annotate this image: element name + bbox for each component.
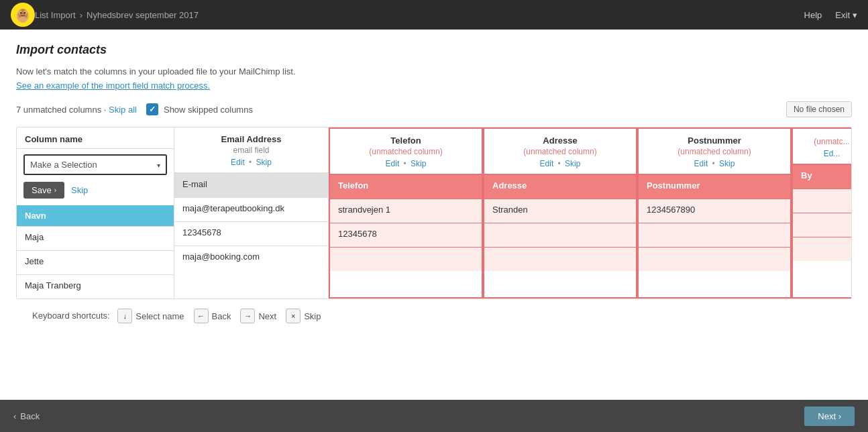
make-selection-select[interactable]: Make a Selection — [25, 156, 166, 174]
arrow-down-key: ↓ — [117, 309, 132, 323]
x-key: × — [286, 309, 301, 323]
show-skipped-area: Show skipped columns — [146, 103, 253, 115]
by-edit-skip: Ed... — [801, 149, 852, 158]
page-title: Import contacts — [16, 43, 852, 57]
column-name-header-row: Navn — [17, 205, 174, 226]
adresse-data-row: Stranden — [484, 199, 636, 223]
email-data-row: maja@terapeutbooking.dk — [174, 197, 328, 221]
telefon-data-row: strandvejen 1 — [330, 199, 482, 223]
postnummer-data-row: 1234567890 — [639, 199, 790, 223]
exit-button[interactable]: Exit ▾ — [835, 10, 857, 20]
list-name-label: Nyhedsbrev september 2017 — [87, 10, 199, 20]
email-field-type: email field — [182, 146, 320, 155]
postnummer-data-row — [639, 223, 790, 247]
list-item: Jette — [17, 250, 174, 274]
skip-link[interactable]: Skip — [71, 185, 88, 195]
by-unmatched-label: (unmatc... — [801, 137, 852, 146]
save-arrow-icon: › — [54, 186, 56, 194]
by-header: (unmatc... Ed... — [793, 129, 852, 164]
email-column: Email Address email field Edit • Skip E-… — [174, 127, 329, 299]
skip-all-link[interactable]: Skip all — [109, 105, 137, 115]
nav-right: Help Exit ▾ — [804, 10, 857, 20]
postnummer-field-name: Postnummer — [647, 136, 782, 146]
adresse-data-row — [484, 223, 636, 247]
postnummer-skip-link[interactable]: Skip — [719, 159, 735, 168]
mailchimp-logo — [11, 3, 35, 27]
telefon-field-name: Telefon — [338, 136, 474, 146]
telefon-header: Telefon (unmatched column) Edit • Skip — [330, 129, 482, 174]
email-field-name: Email Address — [182, 134, 320, 144]
column-name-panel: Column name Make a Selection ▾ Save › Sk… — [17, 127, 174, 299]
list-item: Maja — [17, 226, 174, 250]
by-edit-link[interactable]: Ed... — [824, 149, 840, 158]
postnummer-data-row — [639, 247, 790, 271]
email-header-row: E-mail — [174, 173, 328, 197]
top-nav: List Import › Nyhedsbrev september 2017 … — [0, 0, 868, 30]
import-table: Column name Make a Selection ▾ Save › Sk… — [16, 127, 852, 299]
postnummer-header: Postnummer (unmatched column) Edit • Ski… — [639, 129, 790, 174]
svg-point-5 — [20, 12, 22, 14]
shortcut-back: ← Back — [194, 309, 231, 323]
telefon-header-row: Telefon — [330, 174, 482, 199]
adresse-edit-link[interactable]: Edit — [540, 159, 554, 168]
telefon-edit-skip: Edit • Skip — [338, 159, 474, 168]
by-data-row — [793, 188, 852, 213]
skip-shortcut-label: Skip — [304, 311, 321, 321]
list-import-label: List Import — [35, 10, 76, 20]
adresse-data-row — [484, 247, 636, 271]
save-skip-row: Save › Skip — [17, 179, 174, 205]
telefon-column: Telefon (unmatched column) Edit • Skip T… — [329, 127, 483, 299]
arrow-left-key: ← — [194, 309, 209, 323]
shortcut-skip: × Skip — [286, 309, 321, 323]
next-shortcut-label: Next — [258, 311, 276, 321]
shortcut-next: → Next — [240, 309, 276, 323]
list-item: Maja Tranberg — [17, 274, 174, 299]
unmatched-columns-text: 7 unmatched columns · Skip all — [16, 105, 137, 115]
adresse-field-name: Adresse — [492, 136, 628, 146]
show-skipped-checkbox[interactable] — [146, 103, 158, 115]
svg-point-7 — [19, 17, 27, 23]
no-file-button[interactable]: No file chosen — [786, 101, 852, 117]
shortcuts-list: ↓ Select name ← Back → Next × Skip — [117, 309, 321, 323]
adresse-column: Adresse (unmatched column) Edit • Skip A… — [483, 127, 637, 299]
by-column: (unmatc... Ed... By — [792, 127, 852, 299]
telefon-data-row: 12345678 — [330, 223, 482, 247]
by-data-row — [793, 213, 852, 237]
postnummer-edit-skip: Edit • Skip — [647, 159, 782, 168]
shortcuts-label: Keyboard shortcuts: — [32, 311, 110, 321]
email-edit-link[interactable]: Edit — [231, 158, 245, 167]
select-name-label: Select name — [135, 311, 184, 321]
breadcrumb-separator: › — [80, 10, 83, 20]
save-button[interactable]: Save › — [23, 182, 64, 199]
example-link[interactable]: See an example of the import field match… — [16, 80, 210, 91]
toolbar-row: 7 unmatched columns · Skip all Show skip… — [16, 101, 852, 117]
email-skip-link[interactable]: Skip — [256, 158, 272, 167]
keyboard-shortcuts: Keyboard shortcuts: ↓ Select name ← Back… — [16, 299, 852, 330]
email-data-row: 12345678 — [174, 221, 328, 246]
back-button[interactable]: ‹ Back — [13, 411, 40, 421]
arrow-right-key: → — [240, 309, 255, 323]
telefon-skip-link[interactable]: Skip — [411, 159, 426, 168]
telefon-edit-link[interactable]: Edit — [386, 159, 400, 168]
column-name-header: Column name — [17, 127, 174, 149]
postnummer-column: Postnummer (unmatched column) Edit • Ski… — [637, 127, 792, 299]
help-link[interactable]: Help — [804, 10, 822, 20]
postnummer-header-row: Postnummer — [639, 174, 790, 199]
breadcrumb: List Import › Nyhedsbrev september 2017 — [35, 10, 199, 20]
adresse-unmatched-label: (unmatched column) — [492, 147, 628, 156]
adresse-skip-link[interactable]: Skip — [565, 159, 580, 168]
back-arrow-icon: ‹ — [13, 411, 16, 421]
postnummer-edit-link[interactable]: Edit — [694, 159, 708, 168]
back-shortcut-label: Back — [212, 311, 231, 321]
email-edit-skip: Edit • Skip — [182, 158, 320, 167]
telefon-data-row — [330, 247, 482, 271]
adresse-header-row: Adresse — [484, 174, 636, 199]
adresse-header: Adresse (unmatched column) Edit • Skip — [484, 129, 636, 174]
by-data-row — [793, 237, 852, 261]
selection-dropdown-wrap: Make a Selection ▾ — [23, 154, 167, 175]
show-skipped-label: Show skipped columns — [164, 105, 253, 115]
next-button[interactable]: Next › — [804, 407, 855, 426]
adresse-edit-skip: Edit • Skip — [492, 159, 628, 168]
description-text: Now let's match the columns in your uplo… — [16, 66, 852, 76]
email-header-box: Email Address email field Edit • Skip — [174, 127, 328, 173]
